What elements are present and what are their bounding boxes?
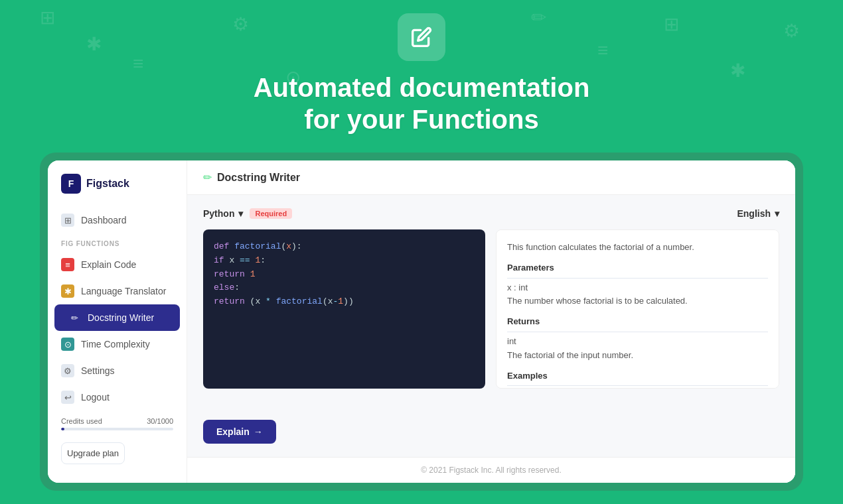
- parameters-content: x : intThe number whose factorial is to …: [507, 281, 768, 309]
- sidebar-item-language-translator[interactable]: ✱ Language Translator: [48, 278, 187, 304]
- editors-row: def factorial(x): if x == 1: return 1 el…: [203, 229, 779, 409]
- hero-section: ⊞ ✱ ≡ ⚙ ⊙ ✏ ≡ ⊞ ✱ ⚙ Automated documentat…: [0, 0, 843, 146]
- controls-row: Python ▾ Required English ▾: [203, 208, 779, 219]
- credits-bar: [61, 428, 173, 430]
- logo-area: F Figstack: [48, 174, 187, 207]
- deco-1: ⊞: [40, 7, 55, 29]
- main-container: F Figstack ⊞ Dashboard FIG FUNCTIONS ≡ E…: [0, 146, 843, 504]
- logo-icon: F: [61, 174, 81, 194]
- deco-10: ⚙: [783, 20, 800, 42]
- output-summary: This function calculates the factorial o…: [507, 241, 768, 255]
- sidebar-item-time-complexity[interactable]: ⊙ Time Complexity: [48, 331, 187, 357]
- sidebar-item-settings[interactable]: ⚙ Settings: [48, 357, 187, 384]
- content-header: ✏ Docstring Writer: [187, 160, 795, 195]
- output-section-examples: Examples >>> factorial(5)120: [507, 369, 768, 389]
- sidebar-item-label: Docstring Writer: [88, 312, 154, 323]
- app-window: F Figstack ⊞ Dashboard FIG FUNCTIONS ≡ E…: [40, 153, 803, 491]
- language-selector[interactable]: Python ▾: [203, 208, 243, 219]
- logout-icon: ↩: [61, 391, 74, 404]
- section-label: FIG FUNCTIONS: [48, 233, 187, 251]
- upgrade-plan-button[interactable]: Upgrade plan: [61, 442, 125, 464]
- logo-text: Figstack: [86, 178, 129, 190]
- explain-button-wrapper: Explain →: [203, 420, 779, 444]
- content-body: Python ▾ Required English ▾: [187, 195, 795, 457]
- output-panel: This function calculates the factorial o…: [496, 229, 779, 389]
- returns-content: intThe factorial of the input number.: [507, 335, 768, 363]
- sidebar: F Figstack ⊞ Dashboard FIG FUNCTIONS ≡ E…: [48, 160, 187, 483]
- arrow-icon: →: [254, 426, 263, 437]
- sidebar-item-logout[interactable]: ↩ Logout: [48, 384, 187, 410]
- chevron-down-icon: ▾: [238, 208, 243, 219]
- sidebar-item-label: Settings: [81, 365, 115, 376]
- pencil-icon: [411, 27, 432, 48]
- sidebar-item-label: Time Complexity: [81, 339, 150, 349]
- footer: © 2021 Figstack Inc. All rights reserved…: [187, 457, 795, 483]
- main-content: ✏ Docstring Writer Python ▾ Required: [187, 160, 795, 483]
- language-translator-icon: ✱: [61, 284, 74, 298]
- deco-7: ≡: [597, 40, 608, 61]
- parameters-divider: [507, 278, 768, 279]
- returns-title: Returns: [507, 315, 768, 329]
- docstring-writer-icon: ✏: [68, 311, 81, 324]
- explain-code-icon: ≡: [61, 258, 74, 271]
- sidebar-item-explain-code[interactable]: ≡ Explain Code: [48, 251, 187, 278]
- deco-8: ⊞: [664, 13, 679, 35]
- app-inner: F Figstack ⊞ Dashboard FIG FUNCTIONS ≡ E…: [48, 160, 795, 483]
- credits-fill: [61, 428, 64, 430]
- sidebar-item-label: Language Translator: [81, 286, 166, 296]
- sidebar-item-label: Logout: [81, 392, 110, 403]
- dashboard-icon: ⊞: [61, 214, 74, 227]
- sidebar-item-dashboard[interactable]: ⊞ Dashboard: [48, 207, 187, 233]
- output-section-parameters: Parameters x : intThe number whose facto…: [507, 261, 768, 308]
- output-section-returns: Returns intThe factorial of the input nu…: [507, 315, 768, 362]
- code-editor[interactable]: def factorial(x): if x == 1: return 1 el…: [203, 229, 485, 389]
- credits-section: Credits used 30/1000: [48, 410, 187, 437]
- deco-6: ✏: [531, 7, 546, 29]
- required-badge: Required: [250, 208, 292, 219]
- header-pencil-icon: ✏: [203, 171, 212, 184]
- examples-divider: [507, 385, 768, 386]
- sidebar-item-label: Dashboard: [81, 215, 127, 225]
- code-line-5: return (x * factorial(x-1)): [214, 295, 475, 309]
- hero-icon-wrapper: [398, 13, 445, 61]
- sidebar-bottom: ⚙ Settings ↩ Logout Credits used 30/1000: [48, 357, 187, 470]
- credits-label: Credits used 30/1000: [61, 417, 173, 425]
- returns-divider: [507, 332, 768, 332]
- code-line-4: else:: [214, 281, 475, 295]
- hero-title: Automated documentation for your Functio…: [0, 72, 843, 135]
- settings-icon: ⚙: [61, 364, 74, 377]
- chevron-down-icon: ▾: [775, 208, 779, 219]
- deco-2: ✱: [86, 33, 102, 55]
- sidebar-item-label: Explain Code: [81, 259, 136, 270]
- time-complexity-icon: ⊙: [61, 338, 74, 351]
- explain-button[interactable]: Explain →: [203, 420, 276, 444]
- output-language-selector[interactable]: English ▾: [737, 208, 779, 219]
- examples-title: Examples: [507, 369, 768, 383]
- deco-4: ⚙: [232, 13, 249, 35]
- parameters-title: Parameters: [507, 261, 768, 275]
- code-line-1: def factorial(x):: [214, 240, 475, 254]
- code-line-3: return 1: [214, 268, 475, 282]
- page-title: Docstring Writer: [217, 172, 300, 184]
- sidebar-item-docstring-writer[interactable]: ✏ Docstring Writer: [54, 304, 180, 331]
- code-line-2: if x == 1:: [214, 254, 475, 268]
